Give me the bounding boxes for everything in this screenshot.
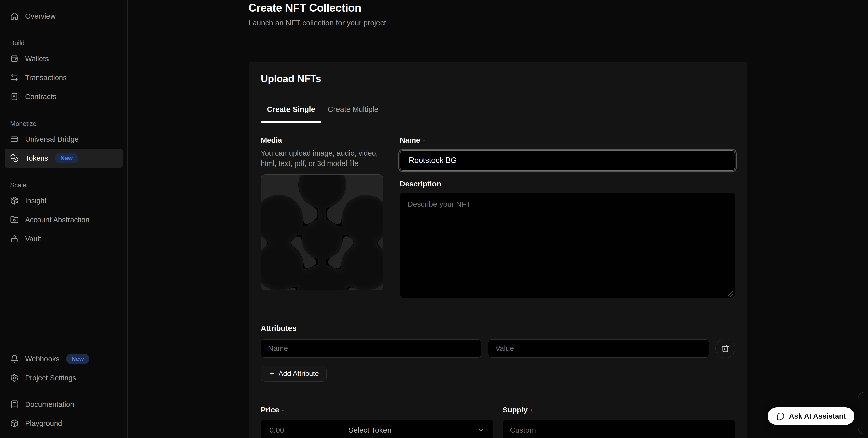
sidebar-item-label: Documentation — [25, 400, 74, 409]
price-input-group: Select Token — [261, 420, 493, 438]
sidebar-item-label: Webhooks — [25, 355, 60, 363]
folder-badge-icon — [10, 215, 19, 224]
ask-ai-assistant-button[interactable]: Ask AI Assistant — [768, 407, 855, 425]
token-select-dropdown[interactable]: Select Token — [341, 420, 493, 438]
sidebar-item-universal-bridge[interactable]: Universal Bridge — [4, 130, 123, 149]
supply-input[interactable] — [503, 420, 735, 438]
gear-icon — [10, 374, 19, 382]
delete-attribute-button[interactable] — [715, 339, 735, 358]
sidebar-item-label: Tokens — [25, 154, 48, 163]
sidebar-item-label: Contracts — [25, 93, 56, 101]
attribute-value-input[interactable] — [488, 339, 709, 358]
sidebar-divider — [6, 31, 121, 31]
tab-create-multiple[interactable]: Create Multiple — [321, 96, 385, 123]
nft-artwork-preview — [261, 174, 383, 290]
token-select-value: Select Token — [348, 426, 392, 435]
sidebar-item-account-abstraction[interactable]: Account Abstraction — [4, 210, 123, 229]
attribute-row — [261, 339, 735, 358]
sidebar-item-label: Overview — [25, 12, 56, 20]
sidebar-item-playground[interactable]: Playground — [4, 414, 123, 433]
sidebar-item-label: Transactions — [25, 74, 67, 82]
nft-form: Media You can upload image, audio, video… — [249, 123, 747, 311]
sidebar-item-label: Insight — [25, 197, 46, 205]
name-label: Name — [400, 136, 421, 144]
price-amount-input[interactable] — [261, 420, 341, 438]
home-icon — [10, 12, 19, 20]
name-input[interactable] — [400, 150, 735, 171]
chat-bubble-icon — [776, 412, 785, 420]
book-icon — [10, 400, 19, 409]
supply-column: Supply* — [503, 406, 735, 438]
sidebar-section-monetize: Monetize — [4, 119, 123, 128]
sidebar-item-label: Wallets — [25, 55, 49, 63]
fields-column: Name* Description — [400, 136, 735, 299]
media-upload-preview[interactable] — [261, 174, 383, 290]
page-title: Create NFT Collection — [249, 0, 747, 15]
required-asterisk: * — [531, 409, 532, 413]
page-subtitle: Launch an NFT collection for your projec… — [249, 19, 747, 27]
sidebar-item-label: Account Abstraction — [25, 216, 90, 224]
content-area: Upload NFTs Create Single Create Multipl… — [128, 44, 868, 438]
tab-create-single[interactable]: Create Single — [261, 96, 322, 123]
trash-icon — [721, 344, 729, 352]
bell-icon — [10, 355, 19, 363]
sidebar-spacer — [4, 248, 123, 349]
coins-icon — [10, 154, 19, 163]
card-header: Upload NFTs — [249, 62, 747, 96]
add-attribute-label: Add Attribute — [279, 370, 319, 378]
media-label: Media — [261, 136, 383, 144]
sidebar-item-transactions[interactable]: Transactions — [4, 68, 123, 87]
sidebar-item-label: Playground — [25, 419, 62, 428]
page-header: Create NFT Collection Launch an NFT coll… — [128, 0, 868, 44]
required-asterisk: * — [282, 409, 284, 413]
lock-icon — [10, 235, 19, 243]
sidebar-item-webhooks[interactable]: Webhooks New — [4, 349, 123, 368]
sidebar-item-label: Universal Bridge — [25, 135, 79, 143]
chevron-down-icon — [477, 426, 485, 435]
arrows-left-right-icon — [10, 73, 19, 82]
notepad-icon — [10, 93, 19, 101]
new-badge: New — [55, 153, 78, 164]
sidebar-section-scale: Scale — [4, 180, 123, 190]
sidebar-item-insight[interactable]: Insight — [4, 191, 123, 210]
sidebar-item-documentation[interactable]: Documentation — [4, 395, 123, 414]
sidebar-item-project-settings[interactable]: Project Settings — [4, 368, 123, 388]
sidebar-item-vault[interactable]: Vault — [4, 229, 123, 248]
main-area: Create NFT Collection Launch an NFT coll… — [128, 0, 868, 438]
attributes-label: Attributes — [261, 325, 735, 332]
media-column: Media You can upload image, audio, video… — [261, 136, 383, 299]
sidebar-divider — [6, 173, 121, 173]
upload-nfts-card: Upload NFTs Create Single Create Multipl… — [249, 62, 747, 438]
credit-card-icon — [10, 135, 19, 143]
plus-icon — [269, 370, 275, 377]
attribute-name-input[interactable] — [261, 339, 482, 358]
media-description: You can upload image, audio, video, html… — [261, 148, 383, 169]
new-badge: New — [66, 353, 90, 364]
sidebar-item-contracts[interactable]: Contracts — [4, 87, 123, 106]
supply-label: Supply — [503, 406, 528, 414]
cube-icon — [10, 419, 19, 428]
sidebar-section-build: Build — [4, 38, 123, 47]
sidebar: Overview Build Wallets Transactions Cont… — [0, 0, 128, 438]
sidebar-divider — [6, 111, 121, 112]
add-attribute-button[interactable]: Add Attribute — [261, 366, 327, 382]
sidebar-item-wallets[interactable]: Wallets — [4, 49, 123, 68]
sidebar-item-tokens[interactable]: Tokens New — [4, 149, 123, 168]
ask-ai-assistant-label: Ask AI Assistant — [789, 412, 846, 420]
package-search-icon — [10, 196, 19, 205]
wallet-icon — [10, 54, 19, 63]
sidebar-item-overview[interactable]: Overview — [4, 6, 123, 26]
price-column: Price* Select Token — [261, 406, 493, 438]
resize-grip-icon[interactable] — [727, 291, 733, 297]
sidebar-item-label: Project Settings — [25, 374, 76, 382]
price-supply-section: Price* Select Token Supply* — [249, 392, 747, 438]
price-label: Price — [261, 406, 279, 414]
sidebar-item-label: Vault — [25, 235, 41, 243]
description-label: Description — [400, 180, 735, 188]
card-title: Upload NFTs — [261, 73, 735, 85]
tab-bar: Create Single Create Multiple — [249, 96, 747, 123]
required-asterisk: * — [423, 139, 425, 143]
description-textarea[interactable] — [400, 193, 735, 298]
attributes-section: Attributes Add Attribute — [249, 311, 747, 392]
